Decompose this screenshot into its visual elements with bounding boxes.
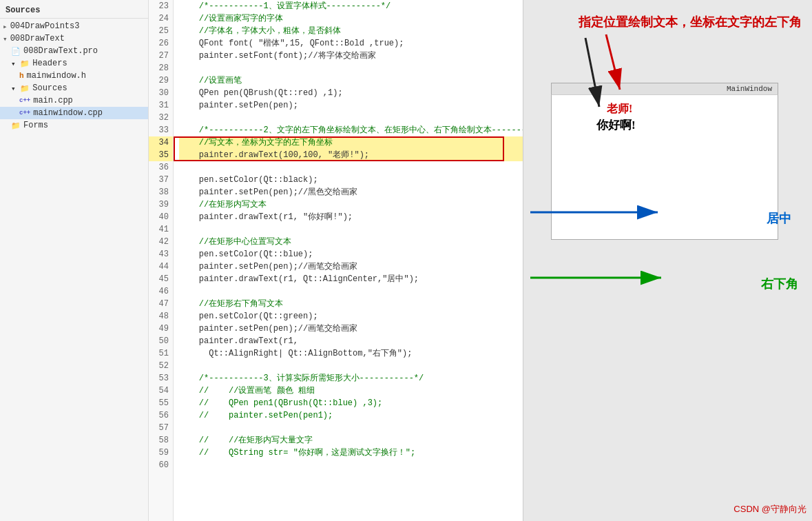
mainwindow-container: MainWindow 老师! 你好啊! xyxy=(551,83,778,248)
code-line-24: //设置画家写字的字体 xyxy=(179,12,523,25)
tree-icon-folder: 📁 xyxy=(11,121,21,130)
line-number-33: 33 xyxy=(149,124,173,136)
tree-label: mainwindow.h xyxy=(27,71,86,81)
mainwindow-titlebar: MainWindow xyxy=(551,83,778,95)
line-number-26: 26 xyxy=(149,37,173,50)
code-line-26: QFont font( "楷体",15, QFont::Bold ,true); xyxy=(179,37,523,50)
arrows-svg xyxy=(523,0,812,521)
code-line-33: /*-----------2、文字的左下角坐标绘制文本、在矩形中心、右下角绘制文… xyxy=(179,124,523,136)
line-number-31: 31 xyxy=(149,99,173,112)
line-number-29: 29 xyxy=(149,74,173,87)
line-number-48: 48 xyxy=(149,310,173,323)
line-number-50: 50 xyxy=(149,335,173,347)
code-line-51: Qt::AlignRight| Qt::AlignBottom,"右下角"); xyxy=(179,347,523,360)
line-number-35: 35 xyxy=(149,149,173,161)
line-number-54: 54 xyxy=(149,385,173,397)
line-number-28: 28 xyxy=(149,62,173,74)
code-line-40: painter.drawText(r1, "你好啊!"); xyxy=(179,211,523,223)
code-line-44: painter.setPen(pen);//画笔交给画家 xyxy=(179,260,523,273)
tree-icon-header: h xyxy=(19,72,24,80)
tree-icon-cpp: c++ xyxy=(19,110,30,116)
line-number-52: 52 xyxy=(149,360,173,372)
code-line-47: //在矩形右下角写文本 xyxy=(179,298,523,310)
csdn-watermark: CSDN @守静向光 xyxy=(733,503,806,515)
code-content: /*-----------1、设置字体样式-----------*/ //设置画… xyxy=(174,0,523,471)
line-number-45: 45 xyxy=(149,273,173,285)
code-area: 2324252627282930313233343536373839404142… xyxy=(149,0,523,521)
code-line-29: //设置画笔 xyxy=(179,74,523,87)
tree-label: 008DrawText.pro xyxy=(23,46,98,56)
sidebar-title: Sources xyxy=(0,3,148,19)
code-line-55: // QPen pen1(QBrush(Qt::blue) ,3); xyxy=(179,397,523,409)
sidebar: Sources▸004DrawPoints3▾008DrawText📄008Dr… xyxy=(0,0,149,521)
tree-icon-pro: 📄 xyxy=(11,47,21,56)
line-number-47: 47 xyxy=(149,298,173,310)
line-number-51: 51 xyxy=(149,347,173,360)
sidebar-item-mainwindow-h[interactable]: hmainwindow.h xyxy=(0,70,148,82)
code-line-43: pen.setColor(Qt::blue); xyxy=(179,248,523,260)
code-line-49: painter.setPen(pen);//画笔交给画家 xyxy=(179,323,523,335)
code-line-37: pen.setColor(Qt::black); xyxy=(179,174,523,186)
line-number-59: 59 xyxy=(149,447,173,459)
sidebar-item-008DrawText-pro[interactable]: 📄008DrawText.pro xyxy=(0,45,148,57)
code-line-34: //写文本，坐标为文字的左下角坐标 xyxy=(179,136,523,149)
sidebar-item-Headers[interactable]: ▾ 📁Headers xyxy=(0,57,148,70)
code-line-50: painter.drawText(r1, xyxy=(179,335,523,347)
mainwindow-body: 老师! 你好啊! xyxy=(551,95,778,240)
code-line-54: // //设置画笔 颜色 粗细 xyxy=(179,385,523,397)
line-number-53: 53 xyxy=(149,372,173,385)
line-number-36: 36 xyxy=(149,161,173,174)
tree-label: Sources xyxy=(32,83,67,93)
line-number-34: 34 xyxy=(149,136,173,149)
code-line-31: painter.setPen(pen); xyxy=(179,99,523,112)
code-line-27: painter.setFont(font);//将字体交给画家 xyxy=(179,50,523,62)
code-line-60 xyxy=(179,459,523,471)
sidebar-item-Forms[interactable]: 📁Forms xyxy=(0,119,148,132)
tree-label: Forms xyxy=(23,121,48,130)
tree-label: mainwindow.cpp xyxy=(33,108,103,118)
code-wrapper[interactable]: /*-----------1、设置字体样式-----------*/ //设置画… xyxy=(174,0,523,521)
right-panel: 指定位置绘制文本，坐标在文字的左下角 MainWindow 老师! 你好啊! 居… xyxy=(523,0,812,521)
sidebar-item-008DrawText[interactable]: ▾008DrawText xyxy=(0,32,148,45)
line-number-23: 23 xyxy=(149,0,173,12)
tree-icon-cpp: c++ xyxy=(19,97,30,104)
line-number-25: 25 xyxy=(149,25,173,37)
line-number-32: 32 xyxy=(149,112,173,124)
tree-icon-folder: ▾ 📁 xyxy=(11,59,30,68)
mainwindow-title-text: MainWindow xyxy=(727,85,772,93)
tree-label: 008DrawText xyxy=(10,34,65,43)
line-number-41: 41 xyxy=(149,223,173,236)
line-number-58: 58 xyxy=(149,434,173,447)
code-line-58: // //在矩形内写大量文字 xyxy=(179,434,523,447)
line-number-56: 56 xyxy=(149,409,173,422)
sidebar-item-004DrawPoints3[interactable]: ▸004DrawPoints3 xyxy=(0,20,148,32)
line-number-37: 37 xyxy=(149,174,173,186)
line-number-44: 44 xyxy=(149,260,173,273)
code-line-39: //在矩形内写文本 xyxy=(179,198,523,211)
code-line-35: painter.drawText(100,100, "老师!"); xyxy=(179,149,523,161)
line-number-42: 42 xyxy=(149,236,173,248)
tree-label: main.cpp xyxy=(33,96,73,105)
code-line-38: painter.setPen(pen);//黑色交给画家 xyxy=(179,186,523,198)
code-line-41 xyxy=(179,223,523,236)
svg-line-4 xyxy=(606,34,620,90)
code-line-45: painter.drawText(r1, Qt::AlignCenter,"居中… xyxy=(179,273,523,285)
line-number-40: 40 xyxy=(149,211,173,223)
sidebar-item-mainwindow-cpp[interactable]: c++mainwindow.cpp xyxy=(0,107,148,119)
code-line-57 xyxy=(179,422,523,434)
line-number-55: 55 xyxy=(149,397,173,409)
line-number-38: 38 xyxy=(149,186,173,198)
red-annotation-text: 指定位置绘制文本，坐标在文字的左下角 xyxy=(579,14,802,30)
line-number-57: 57 xyxy=(149,422,173,434)
sidebar-item-main-cpp[interactable]: c++main.cpp xyxy=(0,94,148,107)
code-line-48: pen.setColor(Qt::green); xyxy=(179,310,523,323)
nihao-text: 你好啊! xyxy=(596,117,636,133)
line-number-43: 43 xyxy=(149,248,173,260)
tree-icon-folder: ▾ 📁 xyxy=(11,84,30,93)
code-line-53: /*-----------3、计算实际所需矩形大小-----------*/ xyxy=(179,372,523,385)
sidebar-item-Sources[interactable]: ▾ 📁Sources xyxy=(0,82,148,94)
code-line-46 xyxy=(179,285,523,298)
code-line-56: // painter.setPen(pen1); xyxy=(179,409,523,422)
laoshi-text: 老师! xyxy=(607,102,632,116)
line-number-24: 24 xyxy=(149,12,173,25)
